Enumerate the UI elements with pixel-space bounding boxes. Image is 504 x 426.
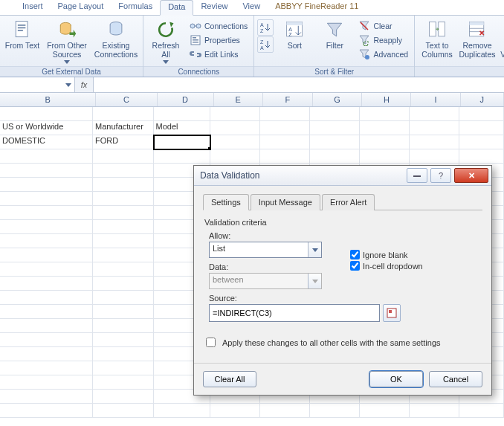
cell[interactable] [93,305,153,319]
cell[interactable] [360,404,410,418]
name-box[interactable] [0,77,75,92]
text-to-columns-button[interactable]: Text to Columns [418,18,456,60]
cell[interactable] [0,361,93,375]
tab-page-layout[interactable]: Page Layout [51,0,112,15]
cell[interactable] [93,375,153,390]
fx-button[interactable]: fx [75,77,94,92]
cell[interactable] [0,277,93,291]
cell[interactable] [0,164,93,178]
cell[interactable]: Manufacturer [93,121,153,135]
cell[interactable] [154,107,210,121]
cell[interactable] [410,404,459,418]
cell[interactable] [260,404,311,418]
cell[interactable]: FORD [93,135,153,149]
cell[interactable] [93,107,153,121]
column-header[interactable]: G [313,93,362,106]
advanced-button[interactable]: Advanced [355,48,411,61]
cell[interactable] [310,149,360,164]
cell[interactable] [459,121,504,135]
from-text-button[interactable]: From Text [3,18,42,52]
cell[interactable] [93,206,153,220]
cell[interactable] [0,390,93,404]
column-header[interactable]: B [0,93,96,106]
cell[interactable] [0,234,93,248]
cell[interactable] [210,107,260,121]
cell[interactable]: US or Worldwide [0,121,93,135]
cell[interactable] [0,375,93,390]
tab-abbyy[interactable]: ABBYY FineReader 11 [268,0,366,15]
tab-input-message[interactable]: Input Message [251,194,320,210]
sort-button[interactable]: AZ Sort [275,18,314,52]
cell[interactable] [310,107,360,121]
source-input[interactable] [209,304,380,322]
sort-desc-button[interactable]: ZA [257,36,274,53]
cell[interactable] [0,404,93,418]
tab-formulas[interactable]: Formulas [111,0,160,15]
cell[interactable] [0,220,93,234]
clear-all-button[interactable]: Clear All [203,371,256,387]
cell[interactable] [93,248,153,262]
column-header[interactable]: H [362,93,411,106]
cell[interactable] [154,404,210,418]
cell[interactable] [0,248,93,262]
tab-settings[interactable]: Settings [203,194,249,210]
cell[interactable] [93,220,153,234]
cell[interactable] [154,149,210,164]
cell[interactable] [93,192,153,206]
cell[interactable] [310,404,360,418]
cell[interactable] [93,234,153,248]
dialog-help-button[interactable]: ? [430,168,451,183]
column-header[interactable]: C [96,93,157,106]
cell[interactable] [93,164,153,178]
cell[interactable] [0,107,93,121]
column-header[interactable]: I [411,93,460,106]
dialog-titlebar[interactable]: Data Validation ? ✕ [194,166,491,186]
cell[interactable] [310,121,360,135]
cell[interactable] [410,107,459,121]
cell[interactable] [360,135,410,149]
from-other-sources-button[interactable]: From Other Sources [43,18,91,65]
apply-all-checkbox[interactable] [206,338,216,347]
tab-data[interactable]: Data [160,0,193,16]
cell[interactable] [260,149,311,164]
cell[interactable] [410,135,459,149]
cancel-button[interactable]: Cancel [429,371,482,387]
cell[interactable] [93,390,153,404]
cell[interactable] [260,135,311,149]
range-picker-button[interactable] [383,304,401,322]
cell[interactable] [0,149,93,164]
existing-connections-button[interactable]: Existing Connections [92,18,140,60]
dialog-close-button[interactable]: ✕ [454,168,488,183]
cell[interactable] [93,347,153,361]
tab-insert[interactable]: Insert [15,0,51,15]
cell[interactable] [0,291,93,305]
formula-input[interactable] [94,77,504,92]
cell[interactable] [210,404,260,418]
cell[interactable] [93,404,153,418]
cell[interactable] [360,121,410,135]
column-header[interactable]: E [214,93,263,106]
cell[interactable] [210,135,260,149]
data-validation-button[interactable]: Dat Validati [498,18,504,60]
cell[interactable] [459,404,504,418]
tab-error-alert[interactable]: Error Alert [322,194,375,210]
cell[interactable] [0,206,93,220]
cell[interactable] [93,178,153,192]
column-header[interactable]: D [158,93,214,106]
column-header[interactable]: J [461,93,504,106]
refresh-all-button[interactable]: Refresh All [146,18,185,65]
cell[interactable] [93,291,153,305]
cell[interactable] [260,121,311,135]
cell[interactable] [0,305,93,319]
cell[interactable] [0,178,93,192]
ignore-blank-checkbox[interactable]: Ignore blank [350,250,423,259]
cell[interactable] [93,333,153,347]
cell[interactable] [0,333,93,347]
properties-button[interactable]: Properties [187,33,251,47]
edit-links-button[interactable]: Edit Links [187,48,251,61]
cell[interactable] [93,149,153,164]
cell[interactable] [410,149,459,164]
cell[interactable]: DOMESTIC [0,135,93,149]
remove-duplicates-button[interactable]: Remove Duplicates [458,18,497,60]
filter-button[interactable]: Filter [315,18,354,52]
